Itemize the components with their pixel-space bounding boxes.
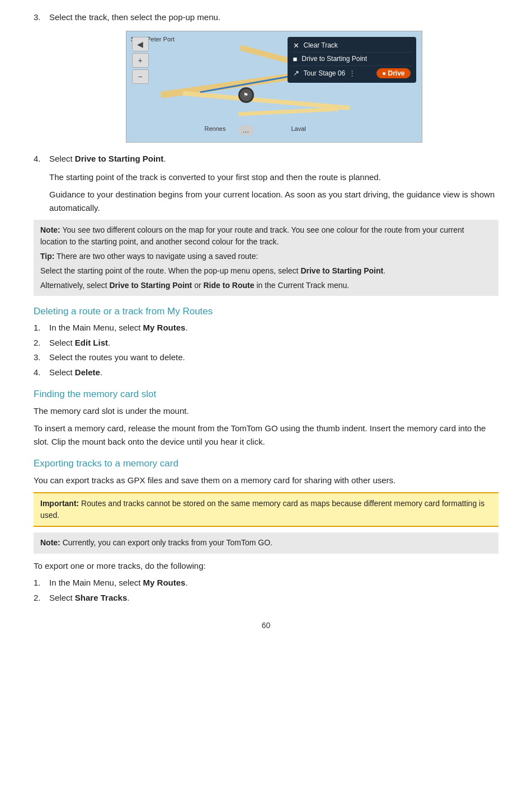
map-popup-clear-track: ✕ Clear Track — [292, 39, 412, 53]
tour-stage-icon: ↗ — [293, 69, 299, 77]
step-3-text: Select the track, then select the pop-up… — [49, 11, 498, 24]
alt-text: Alternatively, select — [40, 281, 109, 290]
clear-track-icon: ✕ — [293, 41, 299, 50]
note2-label: Note: — [40, 538, 60, 547]
note-box: Note: You see two different colours on t… — [34, 220, 498, 296]
note2-text: Currently, you can export only tracks fr… — [60, 538, 272, 547]
tip-text: There are two other ways to navigate usi… — [54, 252, 258, 261]
route-marker: ⚑ — [238, 87, 254, 103]
delete-step-4: 4. Select Delete. — [34, 366, 498, 379]
note-box-alt: Alternatively, select Drive to Starting … — [40, 280, 492, 292]
step-4-content: Select Drive to Starting Point. — [49, 153, 498, 166]
step-3-item: 3. Select the track, then select the pop… — [34, 11, 498, 24]
note-label: Note: — [40, 225, 60, 234]
delete-step-4-bold: Delete — [75, 367, 100, 377]
map-label-rennes: Rennes — [205, 125, 226, 132]
tip-label: Tip: — [40, 252, 54, 261]
export-steps-list: 1. In the Main Menu, select My Routes. 2… — [34, 577, 498, 604]
export-step-1: 1. In the Main Menu, select My Routes. — [34, 577, 498, 590]
export-step-1-text: In the Main Menu, select My Routes. — [49, 577, 188, 590]
map-popup-tour-stage: ↗ Tour Stage 06 ⋮ ● Drive — [292, 66, 412, 81]
export-section-heading: Exporting tracks to a memory card — [34, 458, 498, 469]
memory-para1: The memory card slot is under the mount. — [34, 404, 498, 417]
alt-end: in the Current Track menu. — [255, 281, 350, 290]
delete-step-2-num: 2. — [34, 337, 49, 350]
map-nav-buttons: ◀ + − — [132, 37, 149, 84]
memory-para2: To insert a memory card, release the mou… — [34, 422, 498, 448]
tip-line2: Select the starting point of the route. … — [40, 266, 300, 275]
important-box: Important: Routes and tracks cannot be s… — [34, 492, 498, 527]
map-image: Saint-Peter Port Le Havre Rouen Rennes L… — [126, 31, 422, 143]
export-step-2-num: 2. — [34, 592, 49, 605]
delete-step-3-num: 3. — [34, 351, 49, 364]
export-intro: To export one or more tracks, do the fol… — [34, 559, 498, 572]
delete-step-3: 3. Select the routes you want to delete. — [34, 351, 498, 364]
step-4-num: 4. — [34, 153, 49, 166]
note-text: You see two different colours on the map… — [40, 225, 464, 247]
map-back-btn: ◀ — [132, 37, 149, 51]
step-3-num: 3. — [34, 11, 49, 24]
alt-or: or — [192, 281, 203, 290]
note2-box: Note: Currently, you can export only tra… — [34, 532, 498, 554]
map-image-container: Saint-Peter Port Le Havre Rouen Rennes L… — [49, 31, 498, 143]
alt-bold1: Drive to Starting Point — [109, 281, 192, 290]
important-label: Important: — [40, 499, 79, 508]
delete-step-1: 1. In the Main Menu, select My Routes. — [34, 322, 498, 334]
map-zoom-in-btn: + — [132, 53, 149, 68]
tip-period: . — [383, 266, 385, 275]
export-step-1-num: 1. — [34, 577, 49, 590]
delete-steps-list: 1. In the Main Menu, select My Routes. 2… — [34, 322, 498, 379]
alt-bold2: Ride to Route — [204, 281, 255, 290]
delete-step-1-bold: My Routes — [143, 323, 186, 332]
export-step-2-text: Select Share Tracks. — [49, 592, 129, 605]
popup-drive-btn: ● Drive — [376, 68, 411, 78]
export-para1: You can export tracks as GPX files and s… — [34, 474, 498, 487]
delete-section-heading: Deleting a route or a track from My Rout… — [34, 306, 498, 317]
memory-section-heading: Finding the memory card slot — [34, 389, 498, 400]
delete-step-2-text: Select Edit List. — [49, 337, 110, 350]
step-4-desc1: The starting point of the track is conve… — [49, 171, 498, 183]
delete-step-4-text: Select Delete. — [49, 366, 102, 379]
note-box-tip: Tip: There are two other ways to navigat… — [40, 251, 492, 263]
map-more-btn: … — [238, 125, 254, 135]
drive-to-start-icon: ■ — [293, 55, 298, 63]
popup-drive-start-label: Drive to Starting Point — [302, 55, 367, 63]
step-4-item: 4. Select Drive to Starting Point. — [34, 153, 498, 166]
step-4-bold: Drive to Starting Point — [75, 154, 163, 163]
map-zoom-out-btn: − — [132, 69, 149, 84]
delete-step-1-text: In the Main Menu, select My Routes. — [49, 322, 188, 334]
delete-step-2-bold: Edit List — [75, 338, 108, 347]
step-4-period: . — [163, 154, 166, 163]
delete-step-1-num: 1. — [34, 322, 49, 334]
export-step-2: 2. Select Share Tracks. — [34, 592, 498, 605]
export-step-2-bold: Share Tracks — [75, 593, 127, 602]
map-popup: ✕ Clear Track ■ Drive to Starting Point … — [288, 37, 416, 83]
step-4-description: The starting point of the track is conve… — [49, 171, 498, 214]
popup-tour-label: Tour Stage 06 — [304, 69, 346, 77]
map-label-laval: Laval — [291, 125, 306, 132]
popup-clear-track-label: Clear Track — [304, 41, 338, 49]
export-step-1-bold: My Routes — [143, 578, 186, 587]
popup-dots-icon: ⋮ — [349, 69, 356, 77]
note-box-note: Note: You see two different colours on t… — [40, 224, 492, 248]
delete-step-3-text: Select the routes you want to delete. — [49, 351, 185, 364]
note2-content: Note: Currently, you can export only tra… — [40, 537, 492, 549]
delete-step-4-num: 4. — [34, 366, 49, 379]
delete-step-2: 2. Select Edit List. — [34, 337, 498, 350]
map-popup-drive-to-start: ■ Drive to Starting Point — [292, 53, 412, 66]
note-box-tip2: Select the starting point of the route. … — [40, 265, 492, 277]
route-marker-icon: ⚑ — [243, 92, 248, 98]
page-number: 60 — [34, 621, 498, 630]
step-4-desc2: Guidance to your destination begins from… — [49, 188, 498, 214]
tip-bold1: Drive to Starting Point — [300, 266, 383, 275]
important-text: Routes and tracks cannot be stored on th… — [40, 499, 484, 520]
